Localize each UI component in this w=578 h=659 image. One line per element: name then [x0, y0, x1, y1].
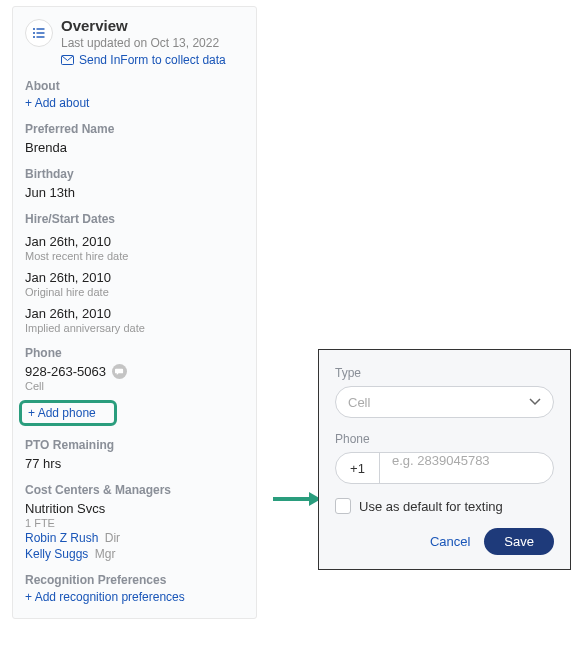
hire-date-row: Jan 26th, 2010 Implied anniversary date	[25, 306, 244, 334]
svg-point-4	[33, 36, 35, 38]
svg-point-0	[33, 28, 35, 30]
add-phone-highlight: + Add phone	[19, 400, 117, 426]
birthday-value: Jun 13th	[25, 185, 244, 200]
hire-date-row: Jan 26th, 2010 Most recent hire date	[25, 234, 244, 262]
hire-date-row: Jan 26th, 2010 Original hire date	[25, 270, 244, 298]
fte-value: 1 FTE	[25, 517, 244, 529]
chevron-down-icon	[529, 398, 541, 406]
birthday-label: Birthday	[25, 167, 244, 181]
phone-type: Cell	[25, 380, 244, 392]
add-recognition-link[interactable]: + Add recognition preferences	[25, 590, 244, 604]
page-title: Overview	[61, 17, 244, 35]
overview-panel: Overview Last updated on Oct 13, 2022 Se…	[12, 6, 257, 619]
add-about-link[interactable]: + Add about	[25, 96, 244, 110]
phone-row: 928-263-5063	[25, 364, 244, 379]
add-phone-popup: Type Cell Phone +1 e.g. 2839045783 Use a…	[318, 349, 571, 570]
list-icon	[25, 19, 53, 47]
svg-rect-3	[37, 32, 45, 33]
manager-link[interactable]: Robin Z Rush Dir	[25, 531, 244, 545]
svg-point-2	[33, 32, 35, 34]
type-select[interactable]: Cell	[335, 386, 554, 418]
hire-date-note: Most recent hire date	[25, 250, 244, 262]
type-label: Type	[335, 366, 554, 380]
pto-label: PTO Remaining	[25, 438, 244, 452]
phone-field-label: Phone	[335, 432, 554, 446]
default-texting-label: Use as default for texting	[359, 499, 503, 514]
default-texting-row: Use as default for texting	[335, 498, 554, 514]
default-texting-checkbox[interactable]	[335, 498, 351, 514]
phone-number: 928-263-5063	[25, 364, 106, 379]
phone-input-group: +1 e.g. 2839045783	[335, 452, 554, 484]
cancel-button[interactable]: Cancel	[430, 534, 470, 549]
save-button[interactable]: Save	[484, 528, 554, 555]
dept-value: Nutrition Svcs	[25, 501, 244, 516]
popup-actions: Cancel Save	[335, 528, 554, 555]
add-phone-link[interactable]: + Add phone	[28, 406, 96, 420]
about-label: About	[25, 79, 244, 93]
manager-role: Mgr	[95, 547, 116, 561]
phone-input[interactable]: e.g. 2839045783	[380, 453, 553, 483]
hire-date-note: Original hire date	[25, 286, 244, 298]
manager-name: Kelly Suggs	[25, 547, 88, 561]
sms-badge-icon	[112, 364, 127, 379]
manager-role: Dir	[105, 531, 120, 545]
manager-link[interactable]: Kelly Suggs Mgr	[25, 547, 244, 561]
svg-rect-1	[37, 28, 45, 29]
svg-rect-5	[37, 36, 45, 37]
preferred-name-label: Preferred Name	[25, 122, 244, 136]
send-inform-link[interactable]: Send InForm to collect data	[61, 53, 244, 67]
country-code[interactable]: +1	[336, 453, 380, 483]
cost-centers-label: Cost Centers & Managers	[25, 483, 244, 497]
hire-date-value: Jan 26th, 2010	[25, 270, 244, 285]
last-updated: Last updated on Oct 13, 2022	[61, 36, 244, 50]
pto-value: 77 hrs	[25, 456, 244, 471]
send-inform-label: Send InForm to collect data	[79, 53, 226, 67]
hire-date-value: Jan 26th, 2010	[25, 234, 244, 249]
recognition-label: Recognition Preferences	[25, 573, 244, 587]
hire-date-value: Jan 26th, 2010	[25, 306, 244, 321]
hire-dates-label: Hire/Start Dates	[25, 212, 244, 226]
panel-header: Overview Last updated on Oct 13, 2022 Se…	[25, 17, 244, 67]
preferred-name-value: Brenda	[25, 140, 244, 155]
manager-name: Robin Z Rush	[25, 531, 98, 545]
phone-label: Phone	[25, 346, 244, 360]
mail-icon	[61, 55, 74, 66]
hire-date-note: Implied anniversary date	[25, 322, 244, 334]
arrow-icon	[271, 490, 321, 508]
type-select-value: Cell	[348, 395, 370, 410]
